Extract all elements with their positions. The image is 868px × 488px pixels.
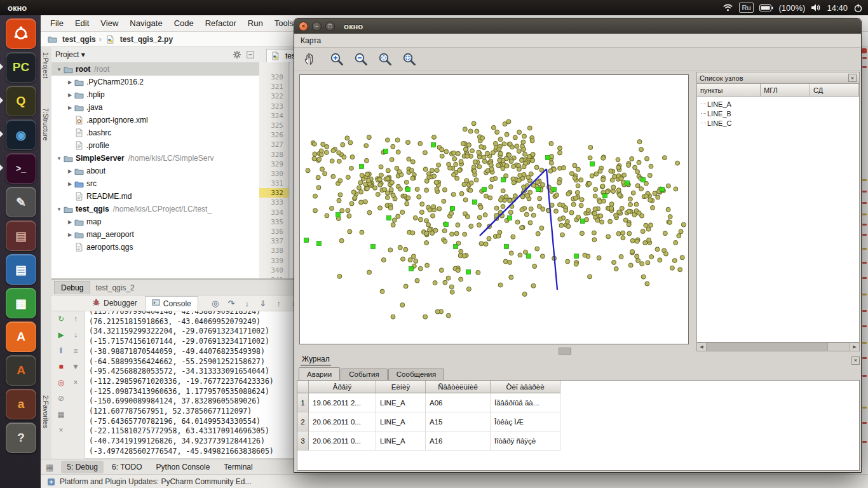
toolwindow-tab-terminal[interactable]: Terminal <box>218 461 258 473</box>
session-menu-icon[interactable] <box>853 3 863 13</box>
clear-output-icon[interactable]: × <box>71 377 81 388</box>
tree-item-test-qgis[interactable]: ▼test_qgis/home/kis/LCProject/LC/test_ <box>51 203 259 215</box>
volume-icon[interactable] <box>811 3 821 12</box>
stripe-mark[interactable] <box>862 66 867 68</box>
tree-item-simpleserver[interactable]: ▼SimpleServer/home/kis/LC/SimpleServ <box>51 152 259 165</box>
tree-item--pycharm2016-2[interactable]: ▶.PyCharm2016.2 <box>51 76 259 88</box>
tree-item-readme-md[interactable]: README.md <box>51 190 259 203</box>
expand-chevron[interactable]: ▶ <box>66 168 74 174</box>
expand-chevron[interactable]: ▼ <box>55 67 63 72</box>
log-tab-1[interactable]: Аварии <box>299 367 340 380</box>
stripe-mark[interactable] <box>862 441 867 443</box>
node-list-hscrollbar[interactable]: ◀ ▶ <box>696 342 860 351</box>
launcher-terminal-icon[interactable]: >_ <box>6 153 36 184</box>
minimize-button[interactable]: – <box>312 22 322 31</box>
launcher-ubuntu-dash-icon[interactable] <box>6 18 36 49</box>
close-icon[interactable]: × <box>56 424 67 435</box>
column-header-1[interactable]: Âðåìÿ <box>309 381 376 393</box>
stripe-mark[interactable] <box>862 248 867 250</box>
tree-item-about[interactable]: ▶about <box>51 165 259 177</box>
table-row[interactable]: 119.06.2011 2...LINE_AA06Íåâåðíûå äà... <box>297 393 859 412</box>
stripe-mark[interactable] <box>862 57 867 59</box>
tree-item-map-aeroport[interactable]: ▶map_aeroport <box>51 228 259 241</box>
project-view-selector[interactable]: Project ▾ <box>55 50 85 59</box>
resume-icon[interactable]: ▶ <box>56 329 67 340</box>
launcher-help-icon[interactable]: ? <box>6 423 36 453</box>
node-column-1[interactable]: пункты <box>697 84 761 97</box>
launcher-browser-icon[interactable]: ◉ <box>6 119 36 150</box>
zoom-in-tool-button[interactable] <box>327 50 346 68</box>
menu-code[interactable]: Code <box>168 17 200 30</box>
zoom-out-tool-button[interactable] <box>351 50 370 68</box>
breadcrumb[interactable]: test_qgis <box>47 34 96 44</box>
stripe-mark[interactable] <box>862 375 867 377</box>
clock[interactable]: 14:40 <box>827 3 848 13</box>
soft-wrap-icon[interactable]: ≡ <box>71 345 81 356</box>
column-header-2[interactable]: Ëèíèÿ <box>376 381 426 393</box>
step-out-icon[interactable]: ↑ <box>273 297 285 309</box>
launcher-libreoffice-writer-icon[interactable]: ▤ <box>6 254 36 285</box>
restore-layout-icon[interactable]: ▦ <box>56 409 67 419</box>
close-button[interactable]: × <box>299 22 308 31</box>
tree-item-root[interactable]: ▼root/root <box>51 63 259 76</box>
map-canvas[interactable] <box>299 74 689 344</box>
tree-item--java[interactable]: ▶.java <box>51 101 259 114</box>
expand-chevron[interactable]: ▼ <box>55 207 63 212</box>
node-item-line_a[interactable]: LINE_A <box>697 99 859 109</box>
log-tab-3[interactable]: Сообщения <box>388 369 444 380</box>
okno-menu-karta[interactable]: Карта <box>294 35 327 46</box>
node-column-2[interactable]: МГЛ <box>761 84 810 97</box>
launcher-software-updater-icon[interactable]: A <box>6 322 36 352</box>
tree-item--profile[interactable]: .profile <box>51 139 259 152</box>
launcher-amazon-icon[interactable]: a <box>6 389 36 419</box>
debug-panel-tab[interactable]: Debug <box>54 281 90 294</box>
expand-chevron[interactable]: ▶ <box>66 181 74 187</box>
stripe-mark[interactable] <box>862 191 867 193</box>
settings-icon[interactable] <box>232 50 242 60</box>
menu-edit[interactable]: Edit <box>69 17 95 30</box>
stripe-mark[interactable] <box>862 310 867 312</box>
menu-refactor[interactable]: Refactor <box>200 17 242 30</box>
menu-navigate[interactable]: Navigate <box>124 17 168 30</box>
step-into-icon[interactable]: ↓ <box>241 297 253 309</box>
column-header-4[interactable]: Òèï àâàðèè <box>491 381 560 393</box>
table-row[interactable]: 320.06.2011 0...LINE_AA16Ïîòåðÿ ñâÿçè <box>297 431 859 451</box>
column-header-3[interactable]: Ñâåòèëüíèê <box>426 381 491 393</box>
show-execution-point-icon[interactable]: ◎ <box>210 297 221 309</box>
expand-chevron[interactable]: ▶ <box>66 92 74 98</box>
expand-chevron[interactable]: ▶ <box>66 105 74 111</box>
node-column-3[interactable]: СД <box>810 84 859 97</box>
tool-button-structure[interactable]: 7:Structure <box>42 108 50 140</box>
expand-chevron[interactable]: ▶ <box>66 232 74 238</box>
tree-item-map[interactable]: ▶map <box>51 215 259 228</box>
node-item-line_c[interactable]: LINE_C <box>697 118 859 128</box>
stripe-mark[interactable] <box>862 357 867 359</box>
scroll-thumb[interactable] <box>707 343 828 351</box>
toolwindow-tab-5-debug[interactable]: 5: Debug <box>61 461 104 473</box>
log-tab-2[interactable]: События <box>341 369 387 380</box>
toolwindow-tab-python-console[interactable]: Python Console <box>151 461 216 473</box>
launcher-qgis-icon[interactable]: Q <box>6 86 36 116</box>
stripe-mark[interactable] <box>862 342 867 344</box>
debug-tab-console[interactable]: Console <box>145 296 198 311</box>
tree-item-aeroports-qgs[interactable]: aeroports.qgs <box>51 241 259 254</box>
stripe-mark[interactable] <box>862 214 867 215</box>
table-row[interactable]: 220.06.2011 0...LINE_AA15Îòêàç ÌÆ <box>297 412 859 431</box>
tree-item-src[interactable]: ▶src <box>51 177 259 190</box>
toolwindow-tab-6-todo[interactable]: 6: TODO <box>106 461 148 473</box>
scroll-left-arrow[interactable]: ◀ <box>697 343 707 351</box>
tree-item--bashrc[interactable]: .bashrc <box>51 126 259 139</box>
expand-chevron[interactable]: ▶ <box>66 79 74 85</box>
toolwindow-switcher-icon[interactable]: ▦ <box>46 463 53 472</box>
tree-item--apport-ignore-xml[interactable]: .apport-ignore.xml <box>51 114 259 126</box>
breadcrumb[interactable]: test_qgis_2.py <box>105 34 173 44</box>
status-message[interactable]: Platform and Plugin Updates: PyCharm Com… <box>60 477 251 486</box>
view-breakpoints-icon[interactable]: ◎ <box>56 377 67 388</box>
stripe-mark[interactable] <box>862 277 867 279</box>
stop-icon[interactable]: ■ <box>56 361 67 372</box>
stripe-mark[interactable] <box>862 422 867 424</box>
tree-item--hplip[interactable]: ▶.hplip <box>51 88 259 101</box>
stripe-mark[interactable] <box>862 202 867 204</box>
stripe-mark[interactable] <box>862 325 867 327</box>
scroll-end-icon[interactable]: ▼ <box>71 361 81 372</box>
